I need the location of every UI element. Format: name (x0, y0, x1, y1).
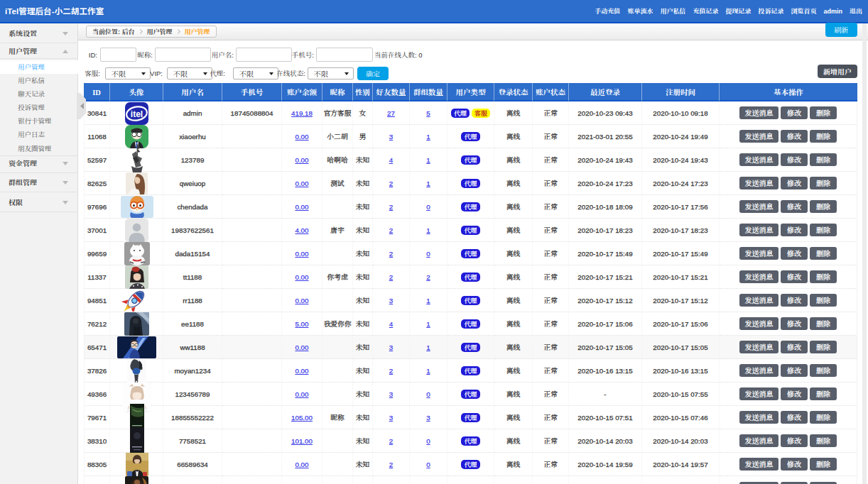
svg-text:itel: itel (131, 109, 143, 119)
